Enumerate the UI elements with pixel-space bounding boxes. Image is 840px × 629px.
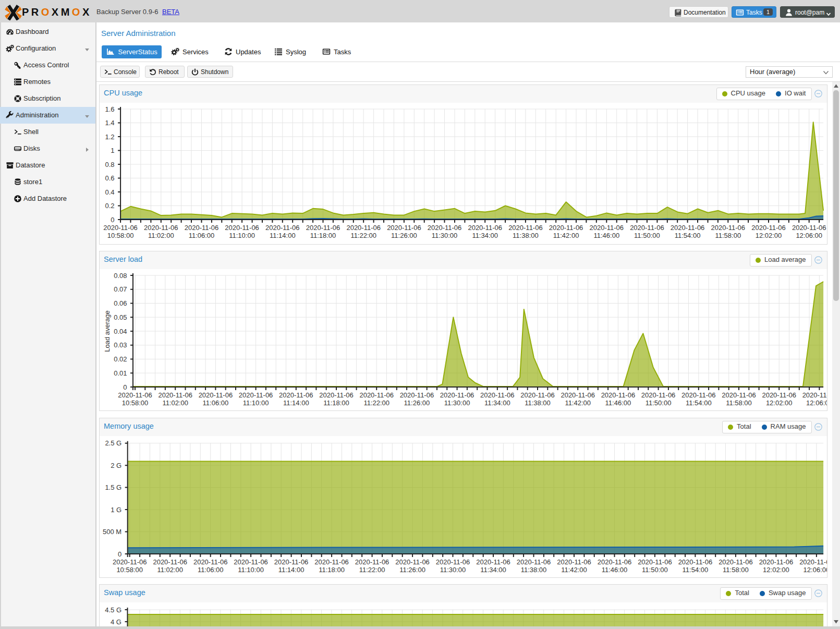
svg-text:2.5 G: 2.5 G [105,439,121,447]
svg-text:11:30:00: 11:30:00 [444,399,470,407]
svg-text:11:30:00: 11:30:00 [431,232,457,239]
svg-text:0.03: 0.03 [114,341,127,349]
svg-text:2020-11-06: 2020-11-06 [440,391,474,399]
svg-text:11:26:00: 11:26:00 [391,232,417,239]
svg-text:11:38:00: 11:38:00 [513,232,539,239]
svg-text:11:10:00: 11:10:00 [242,399,269,407]
svg-text:11:34:00: 11:34:00 [480,566,506,574]
svg-text:2020-11-06: 2020-11-06 [759,558,793,566]
svg-text:2020-11-06: 2020-11-06 [630,224,664,232]
svg-text:10:58:00: 10:58:00 [107,232,133,239]
svg-text:12:02:00: 12:02:00 [765,399,792,407]
svg-text:11:22:00: 11:22:00 [359,566,385,574]
svg-text:2020-11-06: 2020-11-06 [395,558,430,566]
svg-text:2020-11-06: 2020-11-06 [751,224,786,232]
svg-text:2020-11-06: 2020-11-06 [238,391,273,399]
svg-text:11:34:00: 11:34:00 [484,399,510,407]
svg-text:11:26:00: 11:26:00 [399,566,425,574]
svg-text:11:26:00: 11:26:00 [404,399,430,407]
svg-text:2020-11-06: 2020-11-06 [597,558,631,566]
svg-text:2020-11-06: 2020-11-06 [359,391,394,399]
svg-text:0: 0 [111,216,114,224]
svg-text:Load average: Load average [103,310,111,352]
svg-text:11:42:00: 11:42:00 [561,566,587,574]
svg-text:2020-11-06: 2020-11-06 [719,558,753,566]
svg-text:2020-11-06: 2020-11-06 [118,391,152,399]
svg-text:2020-11-06: 2020-11-06 [480,391,515,399]
svg-text:11:10:00: 11:10:00 [229,232,255,239]
svg-text:0.6: 0.6 [105,174,114,182]
svg-text:2020-11-06: 2020-11-06 [234,558,268,566]
svg-text:2020-11-06: 2020-11-06 [198,391,233,399]
svg-text:2020-11-06: 2020-11-06 [279,391,313,399]
svg-text:10:58:00: 10:58:00 [116,566,143,574]
svg-text:11:18:00: 11:18:00 [310,232,336,239]
svg-text:2020-11-06: 2020-11-06 [678,558,712,566]
svg-text:11:54:00: 11:54:00 [685,399,711,407]
svg-text:1.4: 1.4 [105,119,114,127]
svg-text:2020-11-06: 2020-11-06 [346,224,381,232]
svg-text:2020-11-06: 2020-11-06 [468,224,502,232]
svg-text:11:22:00: 11:22:00 [363,399,389,407]
svg-text:11:58:00: 11:58:00 [723,566,749,574]
svg-text:11:38:00: 11:38:00 [525,399,551,407]
svg-text:4 G: 4 G [111,618,121,626]
svg-text:500 M: 500 M [103,528,121,536]
svg-text:2020-11-06: 2020-11-06 [520,391,555,399]
svg-text:11:14:00: 11:14:00 [278,566,304,574]
svg-text:11:06:00: 11:06:00 [188,232,214,239]
svg-text:11:14:00: 11:14:00 [269,232,295,239]
svg-text:12:02:00: 12:02:00 [763,566,789,574]
svg-text:11:14:00: 11:14:00 [283,399,309,407]
svg-text:0.06: 0.06 [114,299,127,307]
svg-text:11:42:00: 11:42:00 [553,232,579,239]
svg-text:10:58:00: 10:58:00 [121,399,148,407]
svg-text:2020-11-06: 2020-11-06 [184,224,218,232]
svg-text:2020-11-06: 2020-11-06 [153,558,187,566]
svg-text:11:50:00: 11:50:00 [634,232,660,239]
svg-text:11:50:00: 11:50:00 [642,566,668,574]
svg-text:0.8: 0.8 [105,161,114,168]
svg-text:0.01: 0.01 [114,369,127,377]
svg-text:2020-11-06: 2020-11-06 [762,391,796,399]
svg-text:11:10:00: 11:10:00 [238,566,264,574]
svg-text:2020-11-06: 2020-11-06 [144,224,178,232]
svg-text:11:46:00: 11:46:00 [605,399,631,407]
svg-text:1.5 G: 1.5 G [105,483,121,491]
svg-text:11:06:00: 11:06:00 [197,566,223,574]
svg-text:2020-11-06: 2020-11-06 [601,391,635,399]
svg-text:11:46:00: 11:46:00 [601,566,627,574]
svg-text:2020-11-06: 2020-11-06 [435,558,470,566]
svg-text:11:50:00: 11:50:00 [645,399,671,407]
svg-text:12:06:00: 12:06:00 [806,399,827,407]
svg-text:2020-11-06: 2020-11-06 [387,224,421,232]
svg-text:2020-11-06: 2020-11-06 [557,558,591,566]
svg-text:4.5 G: 4.5 G [105,606,121,614]
svg-text:2020-11-06: 2020-11-06 [516,558,551,566]
svg-text:11:18:00: 11:18:00 [319,566,345,574]
svg-text:11:18:00: 11:18:00 [323,399,349,407]
svg-text:11:46:00: 11:46:00 [593,232,619,239]
svg-text:0.08: 0.08 [114,272,127,280]
svg-text:2020-11-06: 2020-11-06 [549,224,583,232]
svg-text:11:02:00: 11:02:00 [162,399,188,407]
svg-text:2020-11-06: 2020-11-06 [103,224,138,232]
svg-text:2020-11-06: 2020-11-06 [306,224,340,232]
svg-text:12:06:00: 12:06:00 [803,566,826,574]
svg-text:12:06:00: 12:06:00 [796,232,822,239]
svg-text:2020-11-06: 2020-11-06 [265,224,300,232]
svg-text:2020-11-06: 2020-11-06 [561,391,595,399]
svg-text:2 G: 2 G [111,462,121,469]
svg-text:2020-11-06: 2020-11-06 [355,558,389,566]
svg-text:0.05: 0.05 [114,313,127,321]
svg-text:2020-11-06: 2020-11-06 [792,224,826,232]
svg-text:2020-11-06: 2020-11-06 [670,224,704,232]
svg-text:2020-11-06: 2020-11-06 [427,224,461,232]
svg-text:2020-11-06: 2020-11-06 [225,224,259,232]
svg-text:11:22:00: 11:22:00 [350,232,376,239]
svg-text:2020-11-06: 2020-11-06 [476,558,510,566]
svg-text:2020-11-06: 2020-11-06 [589,224,624,232]
svg-text:2020-11-06: 2020-11-06 [399,391,434,399]
svg-text:1.6: 1.6 [105,105,114,113]
svg-text:2020-11-06: 2020-11-06 [641,391,675,399]
